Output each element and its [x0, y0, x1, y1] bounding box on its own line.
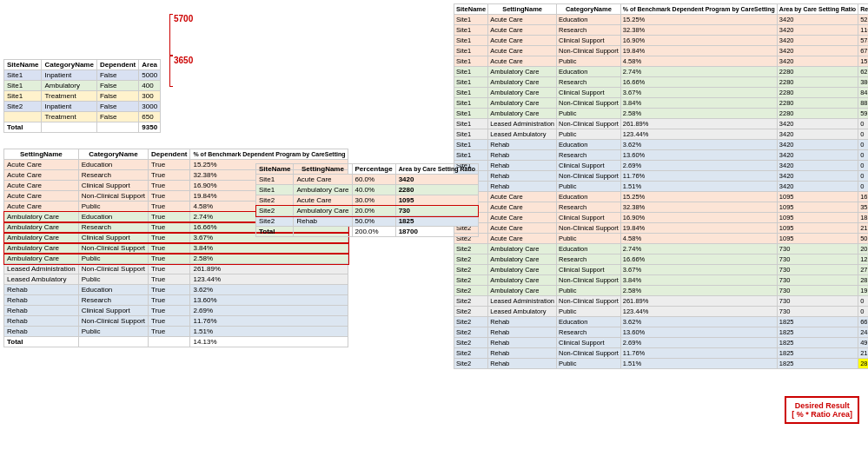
- col-dependent: Dependent: [96, 60, 138, 70]
- col-pct: % of Benchmark Dependent Program by Care…: [620, 4, 777, 15]
- annotation-5700: 5700: [174, 14, 193, 23]
- col-dependent: Dependent: [149, 149, 190, 160]
- col-settingname: SettingName: [4, 149, 79, 160]
- table-row: Site1 Leased Administration Non-Clinical…: [454, 119, 869, 129]
- bracket-site2: [169, 56, 173, 87]
- col-categoryname: CategoryName: [556, 4, 620, 15]
- col-sitename: SiteName: [256, 164, 294, 175]
- bottom-left-table-container: SettingName CategoryName Dependent % of …: [3, 149, 248, 347]
- table-row: Site1 Ambulatory Care Research 16.66% 22…: [454, 77, 869, 88]
- table-row: Site2 Ambulatory Care Public 2.58% 730 1…: [454, 286, 869, 296]
- table-row: Site1 Acute Care Public 4.58% 3420 157: [454, 56, 869, 67]
- col-rec: Recommended Area: [858, 4, 868, 15]
- col-sitename: SiteName: [4, 60, 42, 70]
- table-row: Site2 Ambulatory Care Clinical Support 3…: [454, 265, 869, 275]
- desired-result-label: Desired Result: [792, 401, 852, 410]
- table-row: Site2 Acute Care 30.0% 1095: [256, 195, 479, 206]
- table-row: Total 9350: [4, 122, 161, 133]
- table-row: Site1 Ambulatory Care Public 2.58% 2280 …: [454, 109, 869, 119]
- table-row: Site2 Rehab Education 3.62% 1825 66: [454, 317, 869, 327]
- bracket-site1: [169, 14, 173, 56]
- table-row: Site1 Rehab Clinical Support 2.69% 3420 …: [454, 161, 869, 171]
- col-settingname: SettingName: [488, 4, 557, 15]
- right-table: SiteName SettingName CategoryName % of B…: [454, 3, 868, 369]
- col-categoryname: CategoryName: [78, 149, 148, 160]
- top-small-table: SiteName CategoryName Dependent Area Sit…: [3, 59, 248, 133]
- table-row: Site1 Acute Care Clinical Support 16.90%…: [454, 36, 869, 46]
- table-row: Site2 Inpatient False 3000: [4, 102, 161, 112]
- right-panel: SiteName SettingName CategoryName % of B…: [452, 0, 868, 476]
- table-row: Site1 Rehab Research 13.60% 3420 0: [454, 150, 869, 161]
- table-row: Site1 Ambulatory False 400: [4, 81, 161, 91]
- col-area: Area by Care Setting Ratio: [395, 164, 478, 175]
- table-row: Site2 Acute Care Research 32.38% 1095 35…: [454, 202, 869, 213]
- table-row: Site1 Acute Care Non-Clinical Support 19…: [454, 46, 869, 56]
- col-area: Area by Care Setting Ratio: [777, 4, 858, 15]
- table-row: Site1 Acute Care 60.0% 3420: [256, 175, 479, 185]
- table-row: Treatment False 650: [4, 112, 161, 122]
- table-row: Site1 Treatment False 300: [4, 91, 161, 102]
- col-categoryname: CategoryName: [42, 60, 96, 70]
- table-row: Site2 Leased Administration Non-Clinical…: [454, 296, 869, 307]
- desired-result-formula: [ % * Ratio Area]: [792, 410, 852, 419]
- middle-panel: SiteName SettingName Percentage Area by …: [252, 0, 452, 476]
- middle-table: SiteName SettingName Percentage Area by …: [255, 163, 479, 237]
- table-row: Site1 Rehab Public 1.51% 3420 0: [454, 182, 869, 192]
- table-row: Site2 Leased Ambulatory Public 123.44% 7…: [454, 307, 869, 317]
- desired-result-box: Desired Result [ % * Ratio Area]: [785, 396, 859, 424]
- table-row: Site2 Acute Care Public 4.58% 1095 50: [454, 234, 869, 244]
- table-row: Site1 Ambulatory Care Clinical Support 3…: [454, 88, 869, 98]
- col-area: Area: [139, 60, 161, 70]
- table-row: Site2 Rehab Clinical Support 2.69% 1825 …: [454, 338, 869, 348]
- table-row: Site1 Leased Ambulatory Public 123.44% 3…: [454, 129, 869, 140]
- table-row: Site1 Acute Care Education 15.25% 3420 5…: [454, 15, 869, 25]
- annotation-3650: 3650: [174, 56, 193, 65]
- table-row: Site1 Rehab Education 3.62% 3420 0: [454, 140, 869, 150]
- table-row: Site2 Acute Care Non-Clinical Support 19…: [454, 223, 869, 234]
- table-row: Total 200.0% 18700: [256, 227, 479, 237]
- col-settingname: SettingName: [294, 164, 352, 175]
- table-row: Site1 Ambulatory Care Non-Clinical Suppo…: [454, 98, 869, 109]
- table-row: Site2 Rehab 50.0% 1825: [256, 216, 479, 227]
- table-row: Site2 Ambulatory Care Research 16.66% 73…: [454, 255, 869, 265]
- table-row: Site2 Ambulatory Care 20.0% 730: [256, 206, 479, 216]
- table-row: Site1 Ambulatory Care 40.0% 2280: [256, 185, 479, 195]
- table-row: Site2 Acute Care Clinical Support 16.90%…: [454, 213, 869, 223]
- col-percentage: Percentage: [352, 164, 395, 175]
- table-row: Site1 Inpatient False 5000: [4, 70, 161, 81]
- table-row: Site2 Rehab Research 13.60% 1825 248: [454, 327, 869, 338]
- table-row: Site2 Ambulatory Care Non-Clinical Suppo…: [454, 275, 869, 286]
- col-sitename: SiteName: [454, 4, 488, 15]
- table-row: Site2 Ambulatory Care Education 2.74% 73…: [454, 244, 869, 255]
- table-row: Site1 Ambulatory Care Education 2.74% 22…: [454, 67, 869, 77]
- table-row: Site2 Rehab Public 1.51% 1825 28: [454, 359, 869, 369]
- table-row: Site2 Rehab Non-Clinical Support 11.76% …: [454, 348, 869, 359]
- table-row: Site1 Acute Care Research 32.38% 3420 11…: [454, 25, 869, 36]
- table-row: Site1 Rehab Non-Clinical Support 11.76% …: [454, 171, 869, 182]
- table-row: Site2 Acute Care Education 15.25% 1095 1…: [454, 192, 869, 202]
